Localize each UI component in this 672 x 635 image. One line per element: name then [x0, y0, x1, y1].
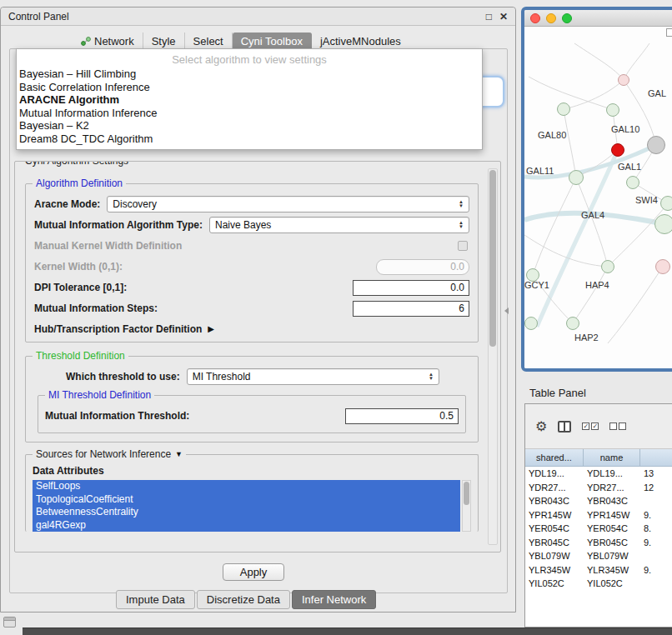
network-node[interactable] [654, 214, 672, 234]
network-node[interactable] [618, 74, 629, 86]
dropdown-item[interactable]: Basic Correlation Inference [17, 81, 482, 94]
column-header[interactable]: name [584, 449, 640, 467]
tab-label: Select [193, 35, 223, 48]
dropdown-item[interactable]: Bayesian – Hill Climbing [17, 68, 482, 81]
tab-label: Style [152, 35, 176, 48]
network-node[interactable] [601, 260, 614, 273]
expanded-arrow-icon: ▼ [175, 450, 183, 458]
sources-title-label: Sources for Network Inference [36, 448, 171, 460]
mi-type-combo[interactable]: Naive Bayes ▲▼ [209, 217, 469, 233]
attribute-list-scrollbar[interactable] [462, 480, 471, 532]
sources-group: Sources for Network Inference ▼ Data Att… [25, 454, 479, 532]
dropdown-item[interactable]: Mutual Information Inference [17, 107, 482, 120]
tab-infer-network[interactable]: Infer Network [292, 590, 376, 609]
attribute-item-selected[interactable]: gal4RGexp [33, 519, 460, 532]
dropdown-item-selected[interactable]: ARACNE Algorithm [17, 93, 482, 107]
mi-threshold-group: MI Threshold Definition Mutual Informati… [38, 395, 466, 433]
dropdown-prompt: Select algorithm to view settings [17, 52, 482, 68]
minimize-button[interactable] [546, 13, 556, 23]
table-row[interactable]: YPR145WYPR145W9. [525, 508, 672, 522]
cyni-algorithm-settings-group: Cyni Algorithm Settings Algorithm Defini… [14, 161, 501, 552]
settings-scrollbar[interactable] [488, 168, 498, 545]
network-node[interactable] [606, 103, 619, 117]
network-node[interactable] [524, 317, 538, 330]
network-window-titlebar[interactable] [524, 10, 672, 27]
network-node[interactable] [566, 317, 579, 330]
table-row[interactable]: YDL19...YDL19...13 [525, 467, 672, 481]
node-label: HAP2 [574, 332, 599, 342]
scrollbar-thumb[interactable] [489, 170, 496, 347]
column-header[interactable]: shared... [525, 449, 584, 467]
group-title: Cyni Algorithm Settings [22, 161, 132, 167]
network-node[interactable] [647, 136, 665, 154]
scrollbar-thumb[interactable] [464, 482, 469, 505]
node-label: GAL [648, 88, 666, 98]
hub-definition-toggle[interactable]: Hub/Transcription Factor Definition ▶ [34, 323, 469, 335]
manual-kernel-checkbox[interactable] [458, 241, 468, 251]
which-threshold-combo[interactable]: MI Threshold ▲▼ [187, 368, 439, 385]
which-threshold-label: Which threshold to use: [66, 371, 180, 382]
attribute-list: SelfLoops TopologicalCoefficient Between… [33, 480, 471, 532]
node-label: GAL80 [538, 130, 566, 140]
table-panel: ⚙ ✓✓ shared... name YDL19...YDL19...13 Y… [524, 403, 672, 628]
table-row[interactable]: YER054CYER054C8. [525, 522, 672, 536]
table-row[interactable]: YDR27...YDR27...12 [525, 481, 672, 495]
node-label: GAL10 [611, 124, 639, 134]
network-node-selected[interactable] [611, 143, 624, 157]
zoom-button[interactable] [562, 13, 572, 23]
combo-arrows-icon: ▲▼ [459, 221, 464, 229]
mi-threshold-label: Mutual Information Threshold: [45, 410, 189, 422]
float-window-icon[interactable]: □ [486, 11, 492, 22]
kernel-width-input[interactable] [376, 259, 469, 275]
table-row[interactable]: YLR345WYLR345W9. [525, 563, 672, 578]
combo-value: Discovery [113, 198, 157, 210]
mi-steps-input[interactable] [353, 301, 469, 317]
panel-divider-arrow[interactable] [504, 308, 509, 314]
gear-icon[interactable]: ⚙ [535, 418, 547, 434]
attribute-item-selected[interactable]: BetweennessCentrality [33, 506, 460, 519]
network-icon [81, 37, 91, 46]
control-panel-titlebar[interactable]: Control Panel □ ✕ [1, 8, 515, 26]
data-attributes-label: Data Attributes [33, 465, 471, 477]
table-row[interactable]: YBR043CYBR043C [525, 494, 672, 508]
select-all-icon[interactable]: ✓✓ [582, 422, 599, 430]
node-label: GAL11 [526, 166, 554, 176]
node-label: GCY1 [524, 280, 549, 290]
minimized-window-icon[interactable] [3, 617, 16, 628]
tab-discretize-data[interactable]: Discretize Data [197, 590, 290, 609]
deselect-all-icon[interactable] [609, 422, 626, 430]
column-header[interactable] [640, 449, 672, 467]
columns-icon[interactable] [558, 421, 571, 432]
apply-button[interactable]: Apply [223, 563, 284, 581]
table-panel-title: Table Panel [529, 387, 586, 399]
aracne-mode-label: Aracne Mode: [34, 198, 100, 210]
attribute-item-selected[interactable]: SelfLoops [33, 480, 460, 493]
tab-impute-data[interactable]: Impute Data [116, 590, 195, 609]
node-label: HAP4 [585, 280, 609, 290]
network-node[interactable] [655, 259, 670, 274]
network-node[interactable] [557, 102, 570, 116]
tab-label: Network [94, 35, 134, 48]
table-row[interactable]: YBL079WYBL079W [525, 549, 672, 563]
network-node[interactable] [660, 196, 672, 211]
mi-threshold-input[interactable] [345, 408, 459, 424]
cyni-bottom-tabs: Impute Data Discretize Data Infer Networ… [116, 590, 376, 609]
combo-value: MI Threshold [193, 371, 251, 382]
aracne-mode-combo[interactable]: Discovery ▲▼ [107, 196, 469, 212]
close-icon[interactable]: ✕ [499, 11, 508, 22]
control-panel-window: Control Panel □ ✕ Network Style Select C… [0, 7, 516, 612]
manual-kernel-label: Manual Kernel Width Definition [34, 240, 182, 252]
combo-arrows-icon: ▲▼ [459, 200, 464, 208]
dpi-tolerance-input[interactable] [353, 280, 469, 296]
attribute-item-selected[interactable]: TopologicalCoefficient [33, 493, 460, 507]
network-node[interactable] [569, 170, 584, 185]
close-button[interactable] [530, 13, 540, 23]
network-node[interactable] [626, 176, 639, 189]
dropdown-item[interactable]: Dream8 DC_TDC Algorithm [17, 132, 482, 146]
dropdown-item[interactable]: Bayesian – K2 [17, 119, 482, 132]
birdseye-toggle[interactable] [666, 28, 672, 37]
table-row[interactable]: YIL052CYIL052C [525, 577, 672, 591]
table-row[interactable]: YBR045CYBR045C9. [525, 536, 672, 550]
sources-title[interactable]: Sources for Network Inference ▼ [33, 448, 186, 460]
network-canvas[interactable]: GAL80 GAL10 GAL11 GAL1 SWI4 GAL4 GCY1 HA… [524, 27, 672, 368]
